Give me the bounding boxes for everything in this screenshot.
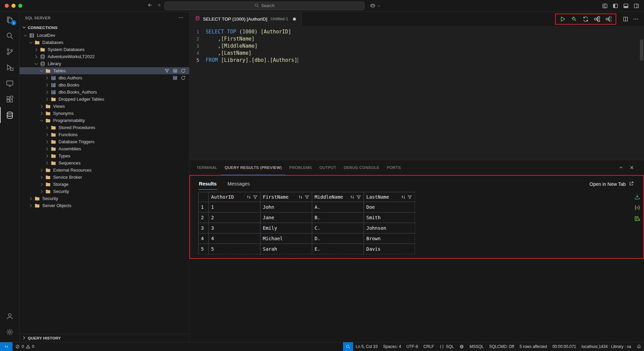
chevron-right-icon[interactable] bbox=[28, 196, 34, 201]
grid-row[interactable]: 33EmilyC.Johnson bbox=[199, 223, 415, 233]
grid-cell[interactable]: Emily bbox=[260, 223, 312, 233]
grid-cell[interactable]: Jane bbox=[260, 212, 312, 223]
tree-item-databases[interactable]: Databases bbox=[20, 39, 189, 46]
sort-icon[interactable] bbox=[246, 195, 251, 200]
panel-tab-terminal[interactable]: TERMINAL bbox=[193, 160, 221, 175]
tree-item-dbo-authors[interactable]: dbo.Authors bbox=[20, 74, 189, 81]
save-as-excel-button[interactable] bbox=[634, 216, 640, 222]
status-sqlcmd-mode[interactable]: SQLCMD: Off bbox=[486, 342, 517, 351]
grid-cell[interactable]: Johnson bbox=[364, 223, 415, 233]
grid-row[interactable]: 11JohnA.Doe bbox=[199, 202, 415, 212]
grid-cell[interactable]: Davis bbox=[364, 244, 415, 254]
tree-item-sequences[interactable]: Sequences bbox=[20, 159, 189, 167]
filter-icon[interactable] bbox=[407, 195, 412, 200]
tree-item-programmability[interactable]: Programmability bbox=[20, 117, 189, 124]
grid-cell[interactable]: 4 bbox=[209, 233, 260, 244]
tree-item-storage[interactable]: Storage bbox=[20, 181, 189, 188]
grid-cell[interactable]: Sarah bbox=[260, 244, 312, 254]
status-zoom-indicator[interactable] bbox=[343, 342, 353, 351]
close-panel-button[interactable] bbox=[629, 165, 635, 170]
panel-tab-debug-console[interactable]: DEBUG CONSOLE bbox=[340, 160, 383, 175]
status-mssql-provider[interactable]: MSSQL bbox=[467, 342, 486, 351]
tree-item-functions[interactable]: Functions bbox=[20, 131, 189, 138]
remote-indicator[interactable] bbox=[0, 342, 13, 351]
results-tab-messages[interactable]: Messages bbox=[227, 178, 250, 190]
chevron-right-icon[interactable] bbox=[44, 146, 50, 152]
grid-row[interactable]: 44MichaelD.Brown bbox=[199, 233, 415, 244]
minimize-window-button[interactable] bbox=[12, 4, 16, 8]
code-editor[interactable]: 1SELECT TOP (1000) [AuthorID]2 ,[FirstNa… bbox=[189, 26, 644, 160]
refresh-table-button[interactable] bbox=[181, 75, 186, 80]
filter-icon[interactable] bbox=[253, 195, 258, 200]
editor-tab[interactable]: SELECT TOP (1000) [AuthorID] Untitled-1 bbox=[189, 12, 302, 26]
activity-bar-item-explorer[interactable]: 1 bbox=[0, 12, 19, 28]
row-number-cell[interactable]: 2 bbox=[199, 212, 209, 223]
chevron-right-icon[interactable] bbox=[44, 139, 50, 145]
grid-column-header-authorid[interactable]: AuthorID bbox=[209, 192, 260, 202]
row-number-cell[interactable]: 5 bbox=[199, 244, 209, 254]
status-query-elapsed-time[interactable]: 00:00:00.071 bbox=[550, 342, 579, 351]
tree-item-views[interactable]: Views bbox=[20, 103, 189, 110]
code-line-3[interactable]: 3 ,[MiddleName] bbox=[189, 42, 644, 49]
row-number-cell[interactable]: 1 bbox=[199, 202, 209, 212]
grid-row[interactable]: 22JaneB.Smith bbox=[199, 212, 415, 223]
chevron-right-icon[interactable] bbox=[44, 125, 50, 130]
maximize-panel-button[interactable] bbox=[618, 165, 624, 170]
status-indentation[interactable]: Spaces: 4 bbox=[380, 342, 404, 351]
tree-item-synonyms[interactable]: Synonyms bbox=[20, 110, 189, 117]
tree-item-tables[interactable]: Tables bbox=[20, 67, 189, 74]
activity-bar-item-remote-explorer[interactable] bbox=[0, 75, 19, 91]
open-in-new-tab-button[interactable]: Open in New Tab bbox=[590, 181, 643, 190]
activity-bar-item-settings[interactable] bbox=[0, 324, 19, 340]
grid-cell[interactable]: Brown bbox=[364, 233, 415, 244]
split-editor-button[interactable] bbox=[623, 16, 628, 22]
search-input[interactable]: Search bbox=[164, 2, 365, 10]
activity-bar-item-sql-server[interactable] bbox=[0, 107, 19, 123]
tree-item-external-resources[interactable]: External Resources bbox=[20, 167, 189, 174]
chevron-right-icon[interactable] bbox=[44, 153, 50, 159]
chevron-right-icon[interactable] bbox=[33, 47, 39, 52]
grid-cell[interactable]: Doe bbox=[364, 202, 415, 212]
tree-item-security[interactable]: Security bbox=[20, 188, 189, 195]
chevron-down-icon[interactable] bbox=[39, 118, 45, 123]
arrow-right-icon[interactable] bbox=[156, 2, 161, 8]
editor-scrollbar[interactable] bbox=[640, 40, 643, 60]
chevron-right-icon[interactable] bbox=[28, 203, 34, 208]
sidebar-more-actions-button[interactable] bbox=[178, 15, 184, 20]
tree-item-adventureworkslt2022[interactable]: AdventureWorksLT2022 bbox=[20, 53, 189, 60]
grid-cell[interactable]: 3 bbox=[209, 223, 260, 233]
status-notifications[interactable] bbox=[634, 342, 644, 351]
sort-icon[interactable] bbox=[350, 195, 355, 200]
grid-row[interactable]: 55SarahE.Davis bbox=[199, 244, 415, 254]
code-line-4[interactable]: 4 ,[LastName] bbox=[189, 49, 644, 56]
close-window-button[interactable] bbox=[5, 4, 9, 8]
chevron-right-icon[interactable] bbox=[44, 90, 50, 95]
tree-item-dbo-books[interactable]: dbo.Books bbox=[20, 81, 189, 89]
grid-cell[interactable]: B. bbox=[312, 212, 364, 223]
arrow-left-icon[interactable] bbox=[147, 2, 153, 8]
chevron-right-icon[interactable] bbox=[39, 104, 45, 109]
unsaved-changes-indicator[interactable] bbox=[293, 18, 296, 21]
grid-column-header-firstname[interactable]: FirstName bbox=[260, 192, 312, 202]
tree-item-types[interactable]: Types bbox=[20, 152, 189, 159]
chevron-down-icon[interactable] bbox=[28, 40, 34, 45]
zoom-window-button[interactable] bbox=[18, 4, 22, 8]
grid-cell[interactable]: A. bbox=[312, 202, 364, 212]
panel-tab-output[interactable]: OUTPUT bbox=[316, 160, 340, 175]
panel-tab-problems[interactable]: PROBLEMS bbox=[285, 160, 316, 175]
code-line-5[interactable]: 5FROM [Library].[dbo].[Authors] bbox=[189, 56, 644, 64]
chevron-right-icon[interactable] bbox=[39, 189, 45, 194]
connect-button[interactable] bbox=[571, 16, 577, 22]
tree-item-library[interactable]: Library bbox=[20, 60, 189, 67]
tree-item-security-server[interactable]: Security bbox=[20, 195, 189, 202]
tree-item-dbo-books-authors[interactable]: dbo.Books_Authors bbox=[20, 89, 189, 96]
estimated-plan-button[interactable] bbox=[594, 16, 600, 22]
customize-layout-button[interactable] bbox=[602, 3, 608, 9]
filter-icon[interactable] bbox=[304, 195, 309, 200]
tree-item-service-broker[interactable]: Service Broker bbox=[20, 174, 189, 181]
tree-item-database-triggers[interactable]: Database Triggers bbox=[20, 138, 189, 145]
save-as-csv-button[interactable] bbox=[634, 194, 640, 200]
connections-section-header[interactable]: CONNECTIONS bbox=[20, 24, 189, 31]
row-number-cell[interactable]: 4 bbox=[199, 233, 209, 244]
save-as-json-button[interactable] bbox=[634, 205, 640, 211]
